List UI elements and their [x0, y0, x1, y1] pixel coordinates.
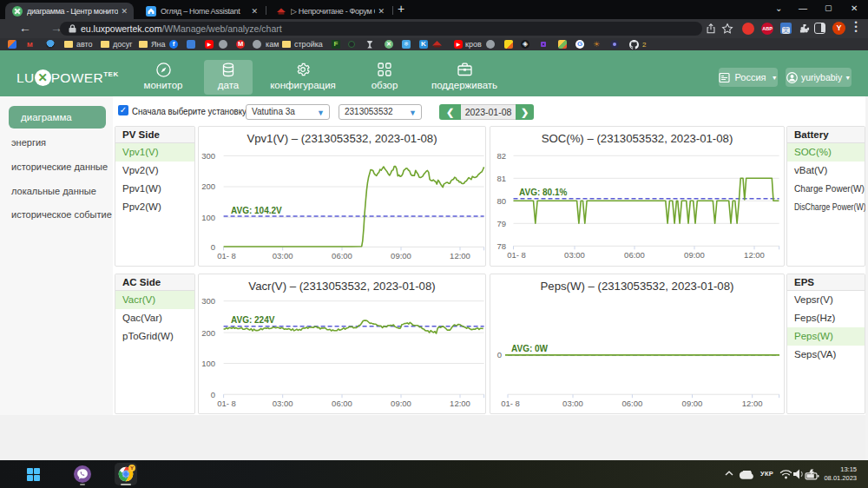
- svg-text:200: 200: [201, 328, 215, 338]
- svg-text:78: 78: [496, 241, 506, 251]
- svg-text:SOC(%) – (2313053532, 2023-01-: SOC(%) – (2313053532, 2023-01-08): [542, 132, 733, 145]
- svg-text:Vpv1(V) – (2313053532, 2023-01: Vpv1(V) – (2313053532, 2023-01-08): [247, 132, 437, 145]
- svg-text:03:00: 03:00: [273, 399, 293, 408]
- svg-text:01- 8: 01- 8: [217, 399, 236, 408]
- svg-text:06:00: 06:00: [622, 399, 643, 408]
- svg-text:06:00: 06:00: [332, 251, 352, 260]
- svg-text:03:00: 03:00: [562, 399, 583, 408]
- svg-text:03:00: 03:00: [564, 250, 585, 260]
- svg-text:12:00: 12:00: [450, 399, 470, 408]
- svg-text:01- 8: 01- 8: [217, 251, 236, 260]
- svg-text:12:00: 12:00: [742, 399, 763, 408]
- svg-text:0: 0: [211, 390, 215, 399]
- svg-text:100: 100: [201, 359, 215, 368]
- svg-text:06:00: 06:00: [332, 399, 352, 408]
- svg-text:09:00: 09:00: [684, 250, 705, 260]
- svg-text:300: 300: [201, 151, 215, 161]
- svg-text:Vacr(V) – (2313053532, 2023-01: Vacr(V) – (2313053532, 2023-01-08): [248, 280, 435, 293]
- svg-text:Peps(W) – (2313053532, 2023-01: Peps(W) – (2313053532, 2023-01-08): [541, 280, 734, 293]
- svg-text:12:00: 12:00: [450, 251, 470, 260]
- svg-text:01- 8: 01- 8: [501, 399, 520, 408]
- svg-text:0: 0: [211, 242, 215, 252]
- svg-text:200: 200: [201, 181, 215, 191]
- svg-text:09:00: 09:00: [682, 399, 703, 408]
- svg-text:03:00: 03:00: [273, 251, 293, 260]
- svg-text:09:00: 09:00: [391, 251, 411, 260]
- svg-text:AVG: 104.2V: AVG: 104.2V: [231, 206, 282, 215]
- svg-text:AVG: 224V: AVG: 224V: [231, 315, 275, 325]
- svg-text:01- 8: 01- 8: [507, 250, 526, 260]
- svg-text:06:00: 06:00: [624, 250, 645, 260]
- svg-text:AVG: 80.1%: AVG: 80.1%: [519, 188, 567, 197]
- svg-text:82: 82: [496, 151, 506, 161]
- svg-text:100: 100: [201, 213, 215, 222]
- svg-text:81: 81: [496, 174, 506, 183]
- svg-text:79: 79: [496, 219, 506, 228]
- svg-text:300: 300: [201, 296, 215, 306]
- svg-text:09:00: 09:00: [391, 399, 411, 408]
- svg-text:80: 80: [496, 196, 506, 206]
- svg-text:AVG: 0W: AVG: 0W: [511, 344, 549, 353]
- svg-text:0: 0: [497, 350, 502, 359]
- svg-text:12:00: 12:00: [744, 250, 765, 260]
